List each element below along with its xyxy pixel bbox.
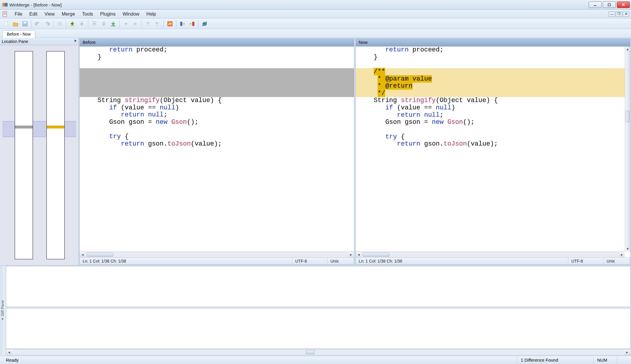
mdi-close-button[interactable]: ✕ (623, 11, 629, 17)
undo-button[interactable] (33, 19, 42, 28)
diff-hscroll-left-arrow[interactable]: ◄ (6, 350, 12, 355)
left-status-eol: Unix (328, 258, 354, 264)
svg-rect-12 (24, 22, 26, 24)
first-diff-button[interactable] (90, 19, 99, 28)
right-status-encoding: UTF-8 (568, 258, 604, 264)
diff-pane-hscroll[interactable]: ◄ ► (6, 349, 630, 355)
right-vscroll-thumb[interactable] (626, 111, 630, 122)
right-status-eol: Unix (604, 258, 630, 264)
diff-hscroll-thumb[interactable] (306, 350, 315, 354)
diff-pane-label: × Diff Pane (0, 266, 5, 356)
all-right-button[interactable] (178, 19, 187, 28)
left-missing-block (80, 68, 354, 97)
status-numlock: NUM (593, 356, 617, 364)
menu-help[interactable]: Help (143, 10, 160, 18)
right-hscroll-track[interactable] (362, 252, 619, 257)
right-status-position: Ln: 1 Col: 1/38 Ch: 1/38 (356, 258, 568, 264)
left-pane: Before return proceed; } String stringif… (79, 39, 354, 265)
diff-pane-top[interactable] (6, 266, 630, 307)
right-pane-body[interactable]: return proceed; } /** * @param value * @… (356, 46, 630, 257)
copy-left-advance-button[interactable] (153, 19, 162, 28)
refresh-button[interactable] (200, 19, 209, 28)
prev-diff-button[interactable] (77, 19, 86, 28)
copy-right-button[interactable] (121, 19, 130, 28)
all-left-button[interactable] (188, 19, 196, 28)
mdi-restore-button[interactable]: ❐ (616, 11, 622, 17)
last-diff-button[interactable] (109, 19, 118, 28)
location-pane-body[interactable] (0, 45, 79, 265)
right-vscroll-down-arrow[interactable]: ▼ (625, 246, 630, 251)
location-pane-title: Location Pane (2, 39, 28, 44)
left-pane-body[interactable]: return proceed; } String stringify(Objec… (80, 46, 354, 257)
left-hscroll-right-arrow[interactable]: ► (348, 252, 354, 257)
menu-window[interactable]: Window (119, 10, 143, 18)
location-strip-right[interactable] (46, 51, 65, 259)
diff-pane-bottom[interactable] (6, 308, 630, 349)
right-vscroll-up-arrow[interactable]: ▲ (625, 46, 630, 52)
menu-plugins[interactable]: Plugins (96, 10, 119, 18)
svg-rect-10 (4, 21, 8, 26)
svg-rect-16 (80, 21, 84, 22)
options-button[interactable] (166, 19, 174, 28)
svg-rect-20 (180, 22, 182, 26)
current-diff-button[interactable] (99, 19, 108, 28)
location-viewport-indicator[interactable] (2, 121, 76, 137)
tab-before-now[interactable]: Before - Now (2, 30, 35, 38)
status-ready: Ready (2, 356, 517, 364)
document-tab-strip: Before - Now (0, 29, 631, 38)
diff-pane: × Diff Pane ◄ ► (0, 265, 631, 356)
left-pane-status: Ln: 1 Col: 1/38 Ch: 1/38 UTF-8 Unix (80, 257, 354, 264)
svg-rect-15 (70, 25, 74, 26)
open-button[interactable] (11, 19, 20, 28)
right-pane: Now return proceed; } /** * @param value… (355, 39, 630, 265)
right-pane-status: Ln: 1 Col: 1/38 Ch: 1/38 UTF-8 Unix (356, 257, 630, 264)
svg-rect-14 (60, 22, 62, 26)
copy-right-advance-button[interactable] (143, 19, 152, 28)
menu-edit[interactable]: Edit (26, 10, 41, 18)
menu-merge[interactable]: Merge (58, 10, 79, 18)
left-pane-header[interactable]: Before (80, 39, 354, 46)
left-status-position: Ln: 1 Col: 1/38 Ch: 1/38 (80, 258, 292, 264)
window-controls (589, 1, 630, 8)
mdi-minimize-button[interactable]: — (609, 11, 615, 17)
right-hscroll-right-arrow[interactable]: ► (619, 252, 625, 257)
toolbar (0, 19, 631, 29)
new-button[interactable] (2, 19, 11, 28)
right-pane-header[interactable]: Now (356, 39, 630, 46)
maximize-button[interactable] (603, 1, 616, 8)
svg-rect-21 (192, 22, 194, 26)
right-vscroll[interactable]: ▲ ▼ (625, 46, 630, 251)
svg-rect-6 (3, 11, 7, 16)
app-icon (2, 2, 8, 7)
menu-tools[interactable]: Tools (79, 10, 96, 18)
location-pane: Location Pane × (0, 38, 79, 265)
diff-pane-toggle-button[interactable] (55, 19, 64, 28)
status-diff-count: 1 Difference Found (517, 356, 593, 364)
diff-hscroll-right-arrow[interactable]: ► (624, 350, 630, 355)
left-hscroll-left-arrow[interactable]: ◄ (80, 252, 86, 257)
menu-bar: File Edit View Merge Tools Plugins Windo… (0, 10, 631, 19)
right-added-block: /** * @param value * @return */ (356, 68, 630, 97)
window-title: WinMerge - [Before - Now] (9, 2, 62, 7)
svg-rect-3 (608, 4, 610, 6)
location-diff-marker-left (15, 126, 33, 128)
next-diff-button[interactable] (68, 19, 77, 28)
left-hscroll-track[interactable] (86, 252, 348, 257)
minimize-button[interactable] (589, 1, 602, 8)
left-hscroll-thumb[interactable] (87, 253, 113, 257)
diff-pane-close-icon[interactable]: × (1, 317, 4, 321)
svg-rect-13 (58, 22, 59, 26)
copy-left-button[interactable] (131, 19, 140, 28)
right-hscroll-left-arrow[interactable]: ◄ (356, 252, 362, 257)
right-hscroll-thumb[interactable] (363, 253, 389, 257)
location-strip-left[interactable] (15, 51, 33, 259)
menu-file[interactable]: File (11, 10, 26, 18)
save-button[interactable] (21, 19, 29, 28)
document-icon (2, 11, 8, 17)
menu-view[interactable]: View (41, 10, 58, 18)
status-spacer (617, 356, 629, 364)
redo-button[interactable] (43, 19, 51, 28)
title-bar: WinMerge - [Before - Now] (0, 0, 631, 10)
close-button[interactable] (617, 1, 630, 8)
location-pane-close-icon[interactable]: × (73, 39, 77, 43)
